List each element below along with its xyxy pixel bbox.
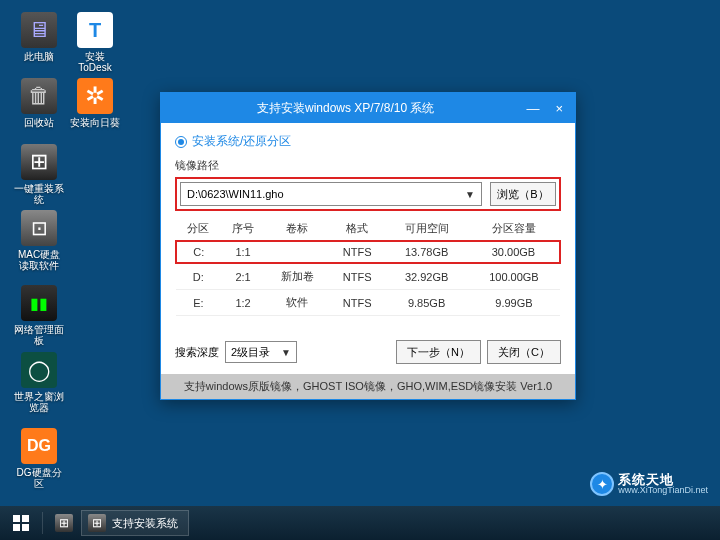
partition-table: 分区 序号 卷标 格式 可用空间 分区容量 C: 1:1 NTFS 13.78G… [175,217,561,316]
start-button[interactable] [4,506,38,540]
footer-text: 支持windows原版镜像，GHOST ISO镜像，GHO,WIM,ESD镜像安… [161,374,575,399]
desktop-label: 一键重装系统 [14,183,64,205]
bottom-controls: 搜索深度 2级目录 ▼ 下一步（N） 关闭（C） [175,340,561,364]
table-row[interactable]: E: 1:2 软件 NTFS 9.85GB 9.99GB [176,290,560,316]
close-button[interactable]: × [551,101,567,116]
table-row[interactable]: D: 2:1 新加卷 NTFS 32.92GB 100.00GB [176,263,560,290]
browse-button[interactable]: 浏览（B） [490,182,556,206]
path-value: D:\0623\WIN11.gho [187,188,284,200]
svg-rect-0 [13,515,20,522]
desktop-icon-todesk[interactable]: T安装ToDesk [70,12,120,73]
desktop-icon-recyclebin[interactable]: 🗑回收站 [14,78,64,128]
windows-icon [13,515,29,531]
desktop-label: 此电脑 [14,51,64,62]
desktop-label: 安装向日葵 [70,117,120,128]
search-depth-label: 搜索深度 [175,345,219,360]
close-dialog-button[interactable]: 关闭（C） [487,340,561,364]
network-icon: ▮▮ [21,285,57,321]
desktop-label: 安装ToDesk [70,51,120,73]
taskbar: ⊞ ⊞ 支持安装系统 [0,506,720,540]
svg-rect-3 [22,524,29,531]
taskbar-task-installer[interactable]: ⊞ 支持安装系统 [81,510,189,536]
app-icon: ⊞ [88,514,106,532]
th-free: 可用空间 [385,217,468,241]
dg-icon: DG [21,428,57,464]
minimize-button[interactable]: — [522,101,543,116]
pc-icon: 🖥 [21,12,57,48]
desktop-icon-thispc[interactable]: 🖥此电脑 [14,12,64,62]
radio-icon [175,136,187,148]
todesk-icon: T [77,12,113,48]
svg-rect-1 [22,515,29,522]
th-volume: 卷标 [265,217,329,241]
th-partition: 分区 [176,217,221,241]
radio-label: 备份系统/GHO,WIN,ESD [330,133,463,150]
sunflower-icon: ✲ [77,78,113,114]
watermark-icon: ✦ [590,472,614,496]
svg-rect-2 [13,524,20,531]
task-label: 支持安装系统 [112,516,178,531]
app-icon: ⊞ [55,514,73,532]
desktop-icon-worldbrowser[interactable]: ◯世界之窗浏览器 [14,352,64,413]
radio-backup[interactable]: 备份系统/GHO,WIN,ESD [313,133,463,150]
watermark: ✦ 系统天地 www.XiTongTianDi.net [590,472,708,496]
mode-radio-group: 安装系统/还原分区 备份系统/GHO,WIN,ESD [175,133,561,150]
watermark-url: www.XiTongTianDi.net [618,486,708,495]
th-capacity: 分区容量 [468,217,560,241]
highlight-path-row: D:\0623\WIN11.gho ▼ 浏览（B） [175,177,561,211]
th-serial: 序号 [221,217,266,241]
radio-icon [313,136,325,148]
desktop-label: 世界之窗浏览器 [14,391,64,413]
desktop-label: MAC硬盘读取软件 [14,249,64,271]
pinned-app[interactable]: ⊞ [47,506,81,540]
search-depth-select[interactable]: 2级目录 ▼ [225,341,297,363]
desktop-label: DG硬盘分区 [14,467,64,489]
desktop-icon-macdisk[interactable]: ⊡MAC硬盘读取软件 [14,210,64,271]
onekey-icon: ⊞ [21,144,57,180]
separator [42,512,43,534]
macdisk-icon: ⊡ [21,210,57,246]
installer-window: 支持安装windows XP/7/8/10 系统 — × 安装系统/还原分区 备… [160,92,576,400]
titlebar[interactable]: 支持安装windows XP/7/8/10 系统 — × [161,93,575,123]
image-path-label: 镜像路径 [175,158,561,173]
table-row[interactable]: C: 1:1 NTFS 13.78GB 30.00GB [176,241,560,263]
image-path-dropdown[interactable]: D:\0623\WIN11.gho ▼ [180,182,482,206]
th-format: 格式 [329,217,385,241]
radio-install-restore[interactable]: 安装系统/还原分区 [175,133,291,150]
next-button[interactable]: 下一步（N） [396,340,481,364]
desktop-label: 网络管理面板 [14,324,64,346]
desktop-label: 回收站 [14,117,64,128]
recycle-icon: 🗑 [21,78,57,114]
desktop-icon-sunflower[interactable]: ✲安装向日葵 [70,78,120,128]
radio-label: 安装系统/还原分区 [192,133,291,150]
desktop-icon-onekey[interactable]: ⊞一键重装系统 [14,144,64,205]
caret-down-icon: ▼ [281,347,291,358]
desktop-icon-netpanel[interactable]: ▮▮网络管理面板 [14,285,64,346]
window-title: 支持安装windows XP/7/8/10 系统 [169,100,522,117]
desktop-icon-dgpartition[interactable]: DGDG硬盘分区 [14,428,64,489]
caret-down-icon: ▼ [465,189,475,200]
globe-icon: ◯ [21,352,57,388]
